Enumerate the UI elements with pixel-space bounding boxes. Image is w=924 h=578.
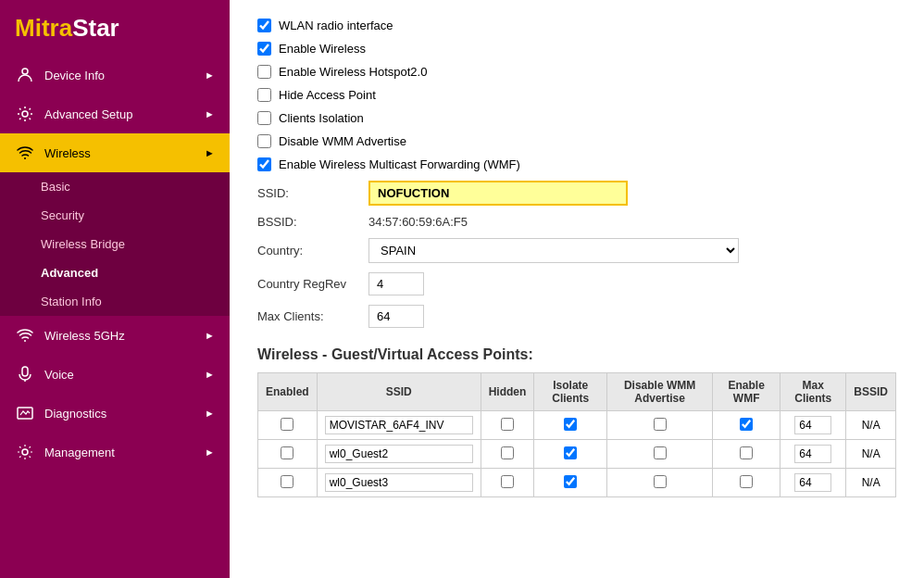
sidebar-item-management[interactable]: Management ► — [0, 433, 230, 471]
disable-wmm-checkbox-1[interactable] — [654, 446, 667, 459]
sidebar: MitraStar Device Info ► Advanced Setup — [0, 0, 230, 578]
sidebar-item-security[interactable]: Security — [0, 201, 230, 230]
main-content: WLAN radio interface Enable Wireless Ena… — [230, 0, 924, 578]
max-clients-input[interactable] — [368, 305, 424, 328]
hide-access-point-checkbox[interactable] — [257, 88, 271, 102]
sidebar-item-label: Voice — [44, 368, 74, 382]
wlan-radio-row: WLAN radio interface — [257, 19, 896, 32]
chevron-icon: ► — [205, 369, 215, 380]
clients-isolation-checkbox[interactable] — [257, 111, 271, 125]
col-max-clients: Max Clients — [780, 373, 846, 411]
wlan-radio-checkbox[interactable] — [257, 19, 271, 32]
cell-isolate-2 — [534, 469, 607, 497]
sidebar-item-wireless[interactable]: Wireless ► — [0, 133, 230, 172]
hide-access-point-label[interactable]: Hide Access Point — [257, 88, 376, 102]
cell-bssid-2: N/A — [846, 469, 896, 497]
enable-wmf-checkbox[interactable] — [257, 157, 271, 171]
cell-bssid-1: N/A — [846, 440, 896, 469]
max-clients-input-2[interactable] — [794, 473, 831, 492]
logo-text: MitraStar — [15, 14, 119, 43]
max-clients-row: Max Clients: — [257, 305, 896, 328]
clients-isolation-row: Clients Isolation — [257, 111, 896, 125]
sidebar-item-advanced-setup[interactable]: Advanced Setup ► — [0, 94, 230, 133]
hidden-checkbox-0[interactable] — [501, 418, 514, 431]
chevron-icon: ► — [205, 69, 215, 81]
cell-enabled-1 — [258, 440, 318, 469]
hidden-checkbox-1[interactable] — [501, 446, 514, 459]
disable-wmm-checkbox[interactable] — [257, 134, 271, 148]
cell-bssid-0: N/A — [846, 411, 896, 440]
enable-wireless-label[interactable]: Enable Wireless — [257, 42, 366, 56]
sidebar-item-station-info[interactable]: Station Info — [0, 287, 230, 316]
sidebar-item-label: Wireless 5GHz — [44, 329, 125, 343]
col-ssid: SSID — [317, 373, 481, 411]
svg-point-0 — [22, 69, 28, 74]
enable-wmf-checkbox-2[interactable] — [740, 475, 753, 488]
sidebar-item-wireless-bridge[interactable]: Wireless Bridge — [0, 230, 230, 258]
chevron-icon: ► — [205, 147, 215, 158]
enabled-checkbox-1[interactable] — [281, 446, 293, 459]
ssid-input-2[interactable] — [325, 473, 473, 492]
wireless-icon — [15, 143, 35, 163]
cell-disable-wmm-2 — [607, 469, 713, 497]
enable-wireless-checkbox[interactable] — [257, 42, 271, 56]
isolate-checkbox-2[interactable] — [564, 475, 577, 488]
ssid-input[interactable] — [368, 181, 628, 206]
disable-wmm-label[interactable]: Disable WMM Advertise — [257, 134, 406, 148]
country-row: Country: SPAIN — [257, 238, 896, 263]
col-enable-wmf: Enable WMF — [713, 373, 780, 411]
country-rev-label: Country RegRev — [257, 277, 368, 291]
enable-wmf-checkbox-1[interactable] — [740, 446, 753, 459]
advanced-setup-icon — [15, 104, 35, 124]
isolate-checkbox-1[interactable] — [564, 446, 577, 459]
svg-point-7 — [22, 449, 28, 455]
hidden-checkbox-2[interactable] — [501, 475, 514, 488]
isolate-checkbox-0[interactable] — [564, 418, 577, 431]
ssid-input-1[interactable] — [325, 445, 473, 463]
disable-wmm-checkbox-0[interactable] — [654, 418, 667, 431]
country-rev-row: Country RegRev — [257, 272, 896, 295]
enable-wmf-checkbox-0[interactable] — [740, 418, 753, 431]
enabled-checkbox-2[interactable] — [281, 475, 293, 488]
ssid-label: SSID: — [257, 186, 368, 200]
sidebar-item-label: Management — [44, 446, 115, 459]
enable-wmf-label[interactable]: Enable Wireless Multicast Forwarding (WM… — [257, 157, 520, 171]
checkboxes-section: WLAN radio interface Enable Wireless Ena… — [257, 19, 896, 171]
max-clients-input-0[interactable] — [794, 416, 831, 434]
cell-isolate-1 — [534, 440, 607, 469]
wireless-5ghz-icon — [15, 325, 35, 346]
svg-point-3 — [24, 340, 26, 342]
hide-access-point-row: Hide Access Point — [257, 88, 896, 102]
clients-isolation-label[interactable]: Clients Isolation — [257, 111, 364, 125]
max-clients-label: Max Clients: — [257, 309, 368, 323]
wlan-radio-label[interactable]: WLAN radio interface — [257, 19, 393, 32]
country-select[interactable]: SPAIN — [368, 238, 739, 263]
enable-hotspot-row: Enable Wireless Hotspot2.0 — [257, 65, 896, 79]
cell-isolate-0 — [534, 411, 607, 440]
enable-wireless-row: Enable Wireless — [257, 42, 896, 56]
bssid-label: BSSID: — [257, 215, 368, 229]
cell-enabled-2 — [258, 469, 318, 497]
ssid-input-0[interactable] — [325, 416, 473, 434]
guest-table: Enabled SSID Hidden Isolate Clients Disa… — [257, 372, 896, 497]
sidebar-item-label: Device Info — [44, 69, 105, 82]
chevron-icon: ► — [205, 108, 215, 119]
cell-ssid-1 — [317, 440, 481, 469]
sidebar-item-basic[interactable]: Basic — [0, 172, 230, 201]
cell-enable-wmf-2 — [713, 469, 780, 497]
enable-hotspot-label[interactable]: Enable Wireless Hotspot2.0 — [257, 65, 427, 79]
cell-enable-wmf-1 — [713, 440, 780, 469]
sidebar-item-diagnostics[interactable]: Diagnostics ► — [0, 394, 230, 433]
sidebar-item-advanced[interactable]: Advanced — [0, 258, 230, 287]
sidebar-item-wireless-5ghz[interactable]: Wireless 5GHz ► — [0, 316, 230, 355]
table-row: N/A — [258, 469, 896, 497]
country-rev-input[interactable] — [368, 272, 424, 295]
max-clients-input-1[interactable] — [794, 445, 831, 463]
enabled-checkbox-0[interactable] — [281, 418, 293, 431]
disable-wmm-checkbox-2[interactable] — [654, 475, 667, 488]
sidebar-item-voice[interactable]: Voice ► — [0, 355, 230, 394]
diagnostics-icon — [15, 403, 35, 423]
enable-hotspot-checkbox[interactable] — [257, 65, 271, 79]
sidebar-item-device-info[interactable]: Device Info ► — [0, 56, 230, 94]
chevron-icon: ► — [205, 446, 215, 458]
